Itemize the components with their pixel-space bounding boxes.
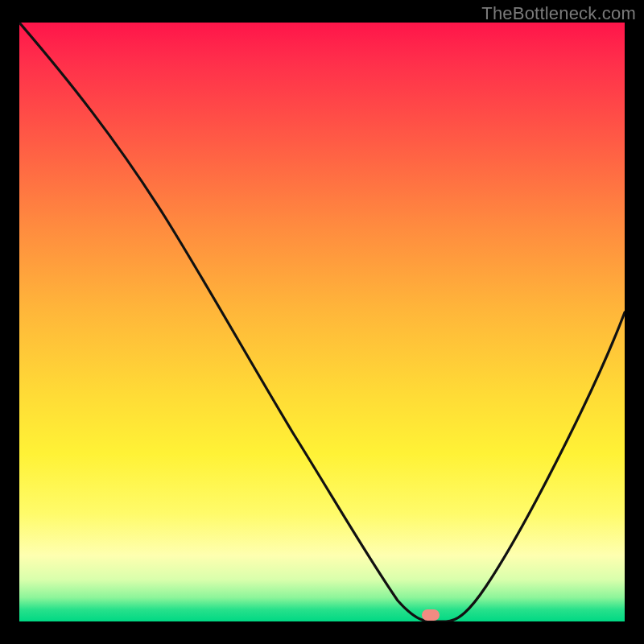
plot-area [19,23,625,621]
bottleneck-marker [422,609,440,621]
gradient-background [19,23,625,621]
watermark-text: TheBottleneck.com [481,3,636,24]
chart-frame: TheBottleneck.com [0,0,644,644]
